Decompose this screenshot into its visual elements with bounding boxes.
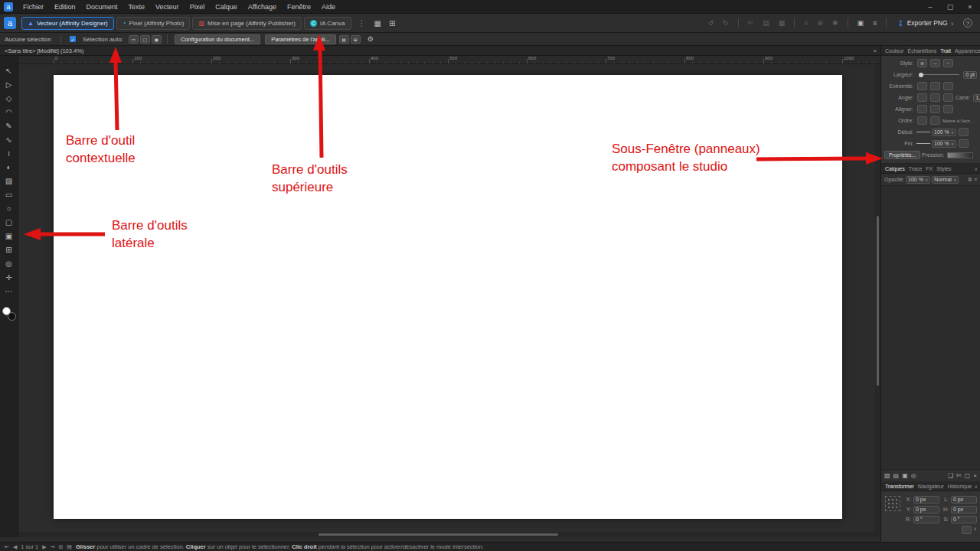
pencil-tool[interactable]: ∿ <box>2 132 16 146</box>
menu-calque[interactable]: Calque <box>210 3 243 11</box>
tab-trace[interactable]: Trace <box>907 166 924 171</box>
vertical-scrollbar-thumb[interactable] <box>877 216 879 386</box>
rounded-rectangle-tool[interactable]: ▢ <box>2 215 16 229</box>
vector-brush-tool[interactable]: ≀ <box>2 146 16 160</box>
menu-document[interactable]: Document <box>81 3 123 11</box>
move-tool[interactable]: ↖ <box>2 64 16 77</box>
tab-couleur[interactable]: Couleur <box>884 48 906 54</box>
w-field[interactable]: 0 px <box>951 496 977 504</box>
undo-icon[interactable]: ↺ <box>707 19 714 27</box>
menu-fichier[interactable]: Fichier <box>18 3 49 11</box>
start-arrowhead-preview[interactable] <box>916 132 930 132</box>
join-miter-button[interactable] <box>917 93 927 102</box>
previous-page-button[interactable]: ◀ <box>13 544 17 550</box>
join-bevel-button[interactable] <box>943 93 953 102</box>
y-field[interactable]: 0 px <box>913 506 939 514</box>
x-field[interactable]: 0 px <box>913 496 939 504</box>
node-tool[interactable]: ▷ <box>2 77 16 91</box>
app-settings-button[interactable]: Paramètres de l'appli... <box>265 34 335 44</box>
tab-apparence[interactable]: Apparence <box>953 48 980 54</box>
anchor-point-selector[interactable] <box>885 496 900 511</box>
cut-layer-icon[interactable]: ✄ <box>956 472 962 479</box>
menu-affichage[interactable]: Affichage <box>243 3 282 11</box>
menu-texte[interactable]: Texte <box>123 3 151 11</box>
place-image-tool[interactable]: ▣ <box>2 229 16 243</box>
auto-select-checkbox[interactable]: ✓ <box>70 36 76 42</box>
snap-toggle-icon[interactable]: ⊞ <box>351 35 361 44</box>
next-page-button[interactable]: ▶ <box>42 544 46 550</box>
paste-icon[interactable]: ▦ <box>779 19 786 27</box>
stroke-solid-button[interactable]: ─ <box>930 59 940 67</box>
fill-color-swatch[interactable] <box>2 307 11 315</box>
group-layers-icon[interactable]: ◎ <box>911 472 916 479</box>
end-arrowhead-preview[interactable] <box>916 143 930 144</box>
preview-mode-icon[interactable]: ▣ <box>858 19 864 27</box>
close-button[interactable]: × <box>960 3 980 11</box>
vector-crop-tool[interactable]: ⊞ <box>2 243 16 256</box>
select-mode-icon-1[interactable]: ▭ <box>129 35 139 44</box>
horizontal-scrollbar[interactable] <box>18 532 875 537</box>
point-transform-tool[interactable]: ◇ <box>2 91 16 105</box>
zoom-tool[interactable]: ◎ <box>2 256 16 270</box>
stroke-none-button[interactable]: ⊘ <box>917 59 927 67</box>
tab-fx[interactable]: FX <box>924 166 934 171</box>
canvas-area[interactable] <box>18 64 880 537</box>
order-icon[interactable]: ≡ <box>804 19 808 27</box>
first-page-button[interactable]: ⇤ <box>5 544 9 550</box>
duplicate-layer-icon[interactable]: ❏ <box>948 472 953 479</box>
stroke-width-slider[interactable] <box>919 74 959 75</box>
select-mode-icon-3[interactable]: ▣ <box>152 35 162 44</box>
join-round-button[interactable] <box>930 93 940 102</box>
swap-arrowheads-button[interactable] <box>959 128 969 136</box>
rectangle-tool[interactable]: ▭ <box>2 187 16 201</box>
mask-layer-icon[interactable]: ▧ <box>884 472 890 479</box>
new-layer-icon[interactable]: ▢ <box>965 472 971 479</box>
minimize-button[interactable]: – <box>920 3 940 11</box>
arrowhead-options-button[interactable] <box>959 139 969 148</box>
panel-menu-icon[interactable]: ∨ <box>975 484 978 489</box>
menu-vecteur[interactable]: Vecteur <box>150 3 185 11</box>
help-button[interactable]: ? <box>963 18 972 28</box>
cap-round-button[interactable] <box>930 82 940 90</box>
persona-canva-button[interactable]: C IA Canva <box>304 17 351 30</box>
gear-icon[interactable]: ⚙ <box>368 35 374 43</box>
adjustment-layer-icon[interactable]: ▤ <box>893 472 900 479</box>
ellipse-tool[interactable]: ○ <box>2 201 16 215</box>
h-field[interactable]: 0 px <box>951 506 977 514</box>
panel-menu-icon[interactable]: ∨ <box>975 166 978 171</box>
menu-edition[interactable]: Edition <box>49 3 81 11</box>
persona-pixel-button[interactable]: ◔ Pixel (Affinity Photo) <box>116 17 191 30</box>
start-scale-value[interactable]: 100 % ∨ <box>932 129 956 136</box>
align-inside-button[interactable] <box>930 105 940 113</box>
rotation-field[interactable]: 0 ° <box>913 516 939 523</box>
vertical-scrollbar[interactable] <box>875 64 880 537</box>
pressure-profile[interactable] <box>947 152 973 158</box>
stroke-width-value[interactable]: 0 pt <box>963 71 977 79</box>
close-document-icon[interactable]: × <box>873 47 877 54</box>
blend-mode-select[interactable]: Normal ∨ <box>932 176 959 184</box>
align-center-button[interactable] <box>917 105 927 113</box>
cut-icon[interactable]: ✄ <box>748 19 754 27</box>
rotation-lock-icon[interactable]: ▤ <box>339 35 349 44</box>
layer-settings-icon[interactable]: ⚙ <box>968 177 972 183</box>
align-outside-button[interactable] <box>943 105 953 113</box>
select-mode-icon-2[interactable]: ▢ <box>140 35 150 44</box>
document-page[interactable] <box>54 75 842 519</box>
tab-trait[interactable]: Trait <box>939 48 952 54</box>
cap-square-button[interactable] <box>943 82 953 90</box>
spread-view-icon[interactable]: ▤ <box>67 544 72 550</box>
tab-calques[interactable]: Calques <box>884 166 906 171</box>
export-png-button[interactable]: ↧ Exporter PNG ∨ <box>891 17 960 30</box>
order-back-button[interactable] <box>930 116 940 125</box>
fx-layer-icon[interactable]: ▣ <box>902 472 908 479</box>
view-options-icon[interactable]: ≡ <box>873 19 877 27</box>
scale-with-object-label[interactable]: Mettre à l'échelle de l'objet <box>942 119 977 123</box>
menu-aide[interactable]: Aide <box>316 3 341 11</box>
opacity-value[interactable]: 100 % ∨ <box>906 176 930 184</box>
fill-tool[interactable]: ◐ <box>2 160 16 174</box>
persona-vector-button[interactable]: ▲ Vecteur (Affinity Designer) <box>21 17 114 30</box>
shear-field[interactable]: 0 ° <box>951 516 977 523</box>
horizontal-scrollbar-thumb[interactable] <box>318 533 558 536</box>
cap-butt-button[interactable] <box>917 82 927 90</box>
menu-pixel[interactable]: Pixel <box>185 3 211 11</box>
